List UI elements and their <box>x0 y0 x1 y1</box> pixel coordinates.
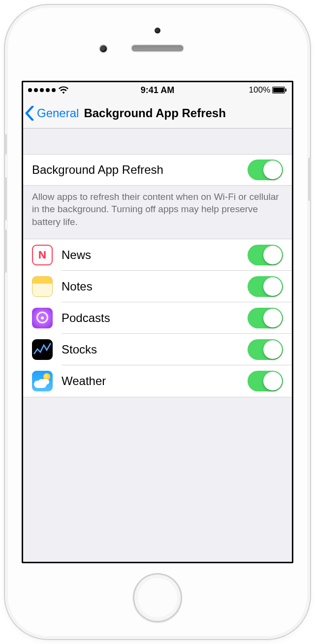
app-list: News Notes Podcasts Stocks <box>23 239 292 397</box>
svg-rect-2 <box>285 89 287 92</box>
nav-bar: General Background App Refresh <box>23 98 292 129</box>
app-row-notes: Notes <box>23 271 292 302</box>
news-icon <box>32 245 53 265</box>
app-label: Weather <box>62 374 239 388</box>
front-camera <box>100 45 107 52</box>
home-button[interactable] <box>133 573 182 622</box>
app-row-stocks: Stocks <box>23 334 292 365</box>
app-toggle-weather[interactable] <box>248 371 283 391</box>
section-footer: Allow apps to refresh their content when… <box>23 186 292 239</box>
volume-down-button <box>4 229 7 273</box>
app-toggle-podcasts[interactable] <box>248 308 283 328</box>
app-toggle-notes[interactable] <box>248 276 283 297</box>
back-chevron-icon[interactable] <box>25 106 34 121</box>
battery-icon <box>272 87 287 94</box>
status-right: 100% <box>249 85 287 95</box>
weather-icon <box>32 371 53 391</box>
page-title: Background App Refresh <box>84 106 225 120</box>
app-label: Notes <box>62 280 239 293</box>
master-toggle-row: Background App Refresh <box>23 154 292 186</box>
status-time: 9:41 AM <box>141 85 174 96</box>
status-left <box>28 86 68 94</box>
earpiece-speaker <box>132 45 183 51</box>
status-bar: 9:41 AM 100% <box>23 82 292 98</box>
master-toggle-label: Background App Refresh <box>32 163 239 177</box>
app-toggle-stocks[interactable] <box>248 339 283 360</box>
phone-frame: 9:41 AM 100% General Background A <box>4 4 311 640</box>
battery-percentage: 100% <box>249 85 270 95</box>
podcasts-icon <box>32 308 53 328</box>
master-toggle[interactable] <box>248 160 283 180</box>
app-row-podcasts: Podcasts <box>23 302 292 334</box>
app-toggle-news[interactable] <box>248 245 283 265</box>
app-label: News <box>62 248 239 262</box>
cellular-signal-icon <box>28 88 56 92</box>
wifi-icon <box>59 86 68 94</box>
app-label: Podcasts <box>62 311 239 325</box>
power-button <box>308 158 311 201</box>
stocks-icon <box>32 339 53 360</box>
volume-up-button <box>4 177 7 221</box>
app-label: Stocks <box>62 343 239 356</box>
proximity-sensor <box>155 28 160 33</box>
back-button[interactable]: General <box>37 106 79 120</box>
notes-icon <box>32 276 53 297</box>
group-spacer <box>23 129 292 154</box>
mute-switch <box>4 134 7 155</box>
svg-rect-1 <box>273 88 284 93</box>
app-row-weather: Weather <box>23 365 292 397</box>
app-row-news: News <box>23 239 292 271</box>
screen: 9:41 AM 100% General Background A <box>22 81 293 563</box>
